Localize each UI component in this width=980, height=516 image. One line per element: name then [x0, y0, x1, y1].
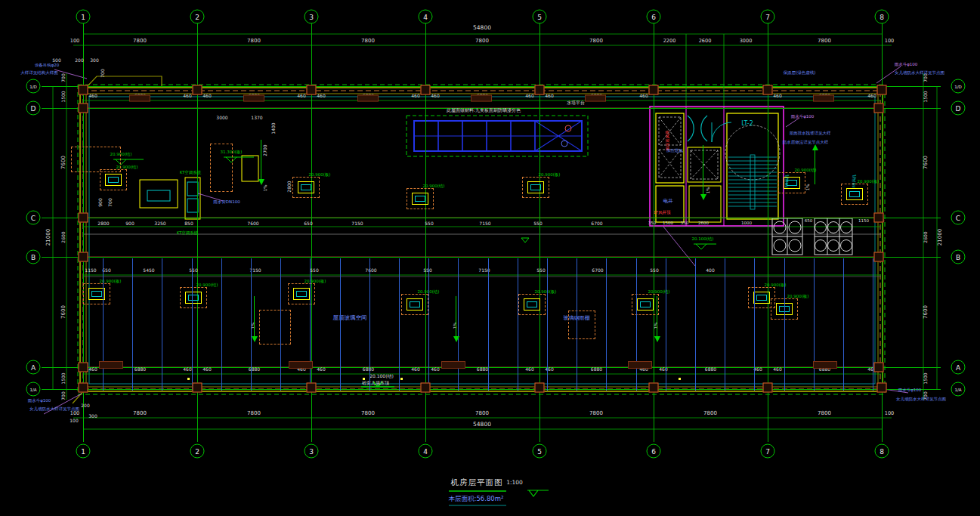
dim-text: 1150	[858, 219, 869, 224]
wall-outline	[73, 76, 885, 403]
column-marker	[874, 104, 884, 113]
dim-text: 7600	[61, 305, 66, 319]
vent-grille	[628, 361, 652, 369]
dim-text: 200	[81, 403, 89, 408]
level-label: 20.900(板)	[764, 283, 786, 288]
dim-text: 6700	[591, 221, 602, 226]
equipment-duct	[108, 177, 119, 183]
column-marker	[79, 383, 88, 393]
dim-text: 7800	[818, 39, 831, 44]
glass-mullion-line	[162, 258, 162, 391]
equipment-duct	[188, 295, 199, 301]
annotation-text: 电井	[663, 199, 673, 204]
column-marker	[535, 383, 545, 393]
dim-text: 6880	[477, 367, 488, 372]
dim-text: 700	[61, 73, 66, 82]
dim-text: 砼女儿墙压顶	[362, 381, 389, 385]
column-marker	[649, 85, 659, 95]
glass-mullion-line	[310, 258, 311, 391]
drawing-area-note: 本层面积:56.80m²	[449, 496, 504, 502]
grid-bubble-5: 5	[533, 10, 547, 24]
drawing-title: 机房层平面图	[451, 478, 503, 487]
grid-bubble-1: 1	[76, 444, 91, 459]
drawing-scale: 1:100	[506, 480, 523, 486]
annotation-text: KT空调系统	[180, 171, 202, 175]
slope-arrow	[657, 296, 657, 337]
annotation-text: 20.100(结)	[691, 237, 713, 242]
dim-text: 460	[431, 367, 439, 372]
dim-text: 1370	[251, 116, 262, 120]
dim-text: 460	[183, 367, 191, 372]
dim-text: 100	[70, 419, 78, 423]
dim-text: 7800	[361, 411, 375, 416]
dim-text: 460	[639, 94, 648, 98]
glass-mullion-line	[428, 258, 429, 391]
level-label: 20.900(板)	[787, 295, 808, 299]
glass-mullion-line	[666, 258, 666, 391]
grid-bubble-2: 2	[190, 10, 205, 24]
dim-text: 550	[650, 268, 658, 273]
grid-bubble-7: 7	[761, 444, 775, 459]
dim-text: 300	[90, 58, 98, 63]
equipment-pad	[568, 311, 595, 339]
dim-text: 350	[681, 221, 689, 226]
column-marker	[421, 383, 431, 393]
glass-mullion-line	[340, 258, 341, 391]
dim-text: 水塔平台	[567, 100, 585, 105]
north-arrow	[527, 490, 549, 496]
annotation-text: 设备吊钩φ20	[35, 63, 60, 68]
slope-arrow	[703, 145, 703, 195]
dim-text: 2700	[263, 144, 267, 156]
grid-bubble-B: B	[951, 250, 966, 264]
vent-grille	[357, 95, 379, 102]
equipment-duct	[849, 191, 860, 197]
glass-mullion-line	[784, 258, 785, 391]
dim-text: 7800	[133, 39, 147, 44]
dim-text: 460	[202, 94, 211, 98]
equipment-duct	[296, 291, 307, 297]
dim-text: 7800	[133, 411, 147, 416]
slope-arrow	[254, 296, 255, 337]
grid-bubble-1: 1	[76, 10, 91, 24]
dim-text: 2800	[287, 181, 292, 192]
equipment-duct	[787, 180, 797, 186]
column-marker	[79, 85, 88, 95]
dim-text: 550	[425, 221, 433, 226]
equipment-duct	[640, 301, 651, 307]
dim-text: 460	[773, 94, 781, 98]
equipment-duct	[410, 301, 420, 307]
dim-text: 100	[885, 39, 894, 44]
column-marker	[307, 85, 317, 95]
equipment-pad	[259, 310, 291, 345]
dim-text: 460	[88, 94, 97, 98]
grid-bubble-A: A	[951, 360, 966, 375]
annotation-text: 屋顶玻璃空间	[333, 315, 367, 321]
dim-text: 7600	[247, 221, 258, 226]
grid-bubble-6: 6	[647, 444, 661, 459]
dim-text: 900	[98, 198, 103, 206]
dim-text: 2800	[97, 221, 109, 226]
annotation-text: 1F风井顶	[653, 211, 670, 215]
level-label: 20.900(板)	[538, 173, 560, 178]
equipment-duct	[415, 196, 425, 202]
glass-mullion-line	[488, 258, 489, 391]
annotation-text: 雨水斗φ100	[28, 399, 51, 403]
vent-grille	[813, 95, 834, 102]
annotation-text: 大样详见结构大样图	[20, 71, 58, 76]
glass-mullion-line	[280, 258, 281, 391]
dim-text: 200	[75, 58, 83, 63]
dim-text: 100	[885, 411, 894, 416]
slope-arrow-head	[700, 194, 706, 200]
annotation-text: 女儿墙防水大样详见节点图	[896, 397, 946, 402]
column-marker	[877, 85, 887, 95]
dim-text: 460	[88, 367, 97, 372]
glass-mullion-line	[577, 258, 577, 391]
dim-text: 7800	[475, 411, 489, 416]
column-marker	[79, 252, 88, 262]
slope-arrow	[815, 150, 815, 184]
dim-text: 850	[184, 221, 193, 226]
dim-text: 460	[773, 367, 781, 372]
dim-text: 3000	[216, 116, 227, 120]
dim-text: 550	[189, 268, 197, 273]
dim-text: 300	[88, 414, 97, 419]
